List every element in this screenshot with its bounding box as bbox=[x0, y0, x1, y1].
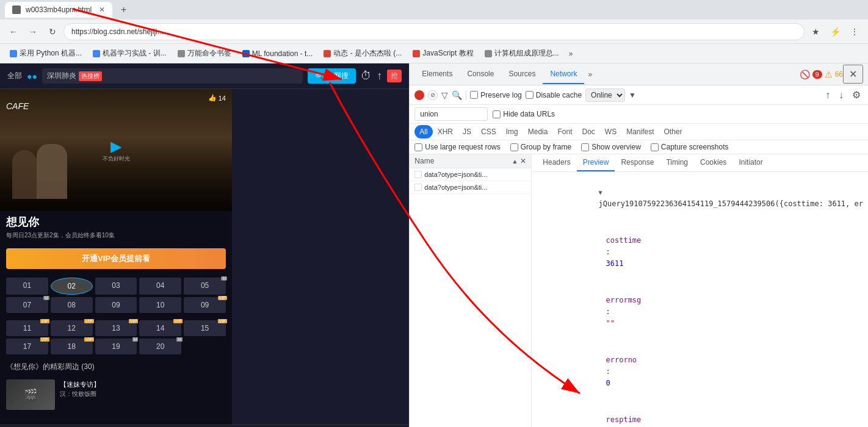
throttle-select[interactable]: Online bbox=[585, 88, 625, 102]
tab-network[interactable]: Network bbox=[543, 65, 584, 84]
bookmark-5[interactable]: 动态 - 是小杰杰啦 (... bbox=[319, 46, 407, 61]
type-xhr[interactable]: XHR bbox=[433, 125, 458, 138]
capture-screenshots-option[interactable]: Capture screenshots bbox=[651, 143, 729, 151]
bookmark-7[interactable]: 计算机组成原理总... bbox=[480, 46, 564, 61]
ep-04[interactable]: 04 bbox=[139, 278, 181, 295]
network-item-1[interactable]: data?otype=json&ti... bbox=[410, 181, 531, 194]
new-tab-btn[interactable]: + bbox=[117, 3, 130, 16]
record-button[interactable] bbox=[414, 90, 424, 100]
preserve-log-checkbox[interactable]: Preserve log bbox=[470, 91, 521, 99]
type-all[interactable]: All bbox=[414, 125, 432, 138]
address-bar[interactable]: https://blog.csdn.net/shejiji... bbox=[63, 23, 805, 40]
ep-19[interactable]: 19M bbox=[95, 339, 137, 354]
type-media[interactable]: Media bbox=[523, 125, 553, 138]
search-button[interactable]: 🔍 全网搜 bbox=[308, 68, 356, 84]
group-by-frame-option[interactable]: Group by frame bbox=[510, 143, 571, 151]
ep-03[interactable]: 03 bbox=[95, 278, 137, 295]
share-icon[interactable]: ↑ bbox=[377, 70, 382, 82]
large-rows-option[interactable]: Use large request rows bbox=[414, 143, 500, 151]
ep-12[interactable]: 12VIP bbox=[51, 320, 93, 336]
type-img[interactable]: Img bbox=[501, 125, 523, 138]
filter-icon[interactable]: ▽ bbox=[441, 90, 448, 100]
webpage-panel: 全部 ●● 深圳肺炎 热搜榜 🔍 全网搜 ⏱ ↑ 抢 bbox=[0, 63, 409, 427]
search-text: 深圳肺炎 bbox=[47, 71, 76, 81]
menu-button[interactable]: ⋮ bbox=[846, 23, 863, 40]
bookmark-label-6: JavaScript 教程 bbox=[422, 48, 473, 59]
bookmarks-more[interactable]: » bbox=[565, 48, 577, 59]
active-tab[interactable]: w0033mb4upm.html ✕ bbox=[5, 2, 112, 18]
export-button[interactable]: ↓ bbox=[836, 88, 846, 102]
ep-05[interactable]: 05M bbox=[184, 278, 226, 295]
ep-15[interactable]: 15VIP bbox=[184, 320, 226, 336]
capture-screenshots-input[interactable] bbox=[651, 143, 659, 151]
import-button[interactable]: ↑ bbox=[823, 88, 833, 102]
bookmark-2[interactable]: 机器学习实战 - 训... bbox=[88, 46, 172, 61]
type-css[interactable]: CSS bbox=[476, 125, 501, 138]
ep-01[interactable]: 01 bbox=[6, 278, 48, 295]
ep-11[interactable]: 11VIP bbox=[6, 320, 48, 336]
tab-console[interactable]: Console bbox=[460, 65, 501, 84]
ep-20[interactable]: 20M bbox=[139, 339, 181, 354]
ep-08[interactable]: 08 bbox=[51, 297, 93, 313]
type-doc[interactable]: Doc bbox=[577, 125, 599, 138]
bookmark-3[interactable]: 万能命令书签 bbox=[173, 46, 236, 61]
vip-button[interactable]: 开通VIP会员提前看 bbox=[6, 248, 226, 269]
ep-09[interactable]: 09 bbox=[95, 297, 137, 313]
ep-10[interactable]: 10 bbox=[139, 297, 181, 313]
bookmark-1[interactable]: 采用 Python 机器... bbox=[5, 46, 87, 61]
related-thumbnail[interactable]: 🎬 bbox=[6, 379, 55, 410]
close-list-icon[interactable]: ✕ bbox=[520, 157, 526, 165]
filter-input[interactable] bbox=[414, 107, 488, 121]
ep-14[interactable]: 14VIP bbox=[139, 320, 181, 336]
network-settings-button[interactable]: ⚙ bbox=[850, 88, 863, 102]
detail-tab-headers[interactable]: Headers bbox=[537, 154, 576, 171]
bookmark-favicon-4 bbox=[242, 50, 250, 57]
clock-icon[interactable]: ⏱ bbox=[361, 70, 372, 82]
detail-tab-response[interactable]: Response bbox=[615, 154, 660, 171]
tab-more[interactable]: » bbox=[584, 68, 596, 81]
ep-07[interactable]: 07M bbox=[6, 297, 48, 313]
extensions-button[interactable]: ⚡ bbox=[826, 23, 844, 40]
bookmark-4[interactable]: ML foundation - t... bbox=[237, 47, 318, 60]
large-rows-input[interactable] bbox=[414, 143, 422, 151]
detail-tab-initiator[interactable]: Initiator bbox=[732, 154, 769, 171]
ep-17[interactable]: 17VIP bbox=[6, 339, 48, 354]
back-button[interactable]: ← bbox=[5, 23, 22, 40]
bookmark-6[interactable]: JavaScript 教程 bbox=[408, 46, 478, 61]
detail-tab-cookies[interactable]: Cookies bbox=[694, 154, 732, 171]
detail-tab-preview[interactable]: Preview bbox=[577, 154, 615, 171]
tab-sources[interactable]: Sources bbox=[501, 65, 543, 84]
preserve-log-input[interactable] bbox=[470, 91, 478, 99]
network-options: Use large request rows Group by frame Sh… bbox=[410, 140, 868, 154]
group-by-frame-input[interactable] bbox=[510, 143, 518, 151]
detail-tab-timing[interactable]: Timing bbox=[660, 154, 694, 171]
stop-button[interactable]: ⊘ bbox=[428, 90, 438, 100]
type-js[interactable]: JS bbox=[458, 125, 476, 138]
hide-data-urls-checkbox[interactable]: Hide data URLs bbox=[493, 110, 555, 118]
type-ws[interactable]: WS bbox=[600, 125, 621, 138]
reload-button[interactable]: ↻ bbox=[44, 23, 61, 40]
devtools-close-btn[interactable]: ✕ bbox=[843, 65, 863, 84]
bookmark-button[interactable]: ★ bbox=[807, 23, 824, 40]
disable-cache-input[interactable] bbox=[526, 91, 533, 99]
network-item-0[interactable]: data?otype=json&ti... bbox=[410, 168, 531, 181]
search-icon[interactable]: 🔍 bbox=[452, 90, 462, 100]
forward-button[interactable]: → bbox=[24, 23, 42, 40]
search-icon: 🔍 bbox=[315, 72, 324, 81]
type-font[interactable]: Font bbox=[552, 125, 577, 138]
tab-close-btn[interactable]: ✕ bbox=[99, 5, 105, 14]
tab-elements[interactable]: Elements bbox=[414, 65, 460, 84]
ep-09-vip[interactable]: 09VIP bbox=[184, 297, 226, 313]
root-arrow[interactable]: ▼ bbox=[599, 189, 606, 196]
related-thumb-icon: 🎬 bbox=[24, 388, 37, 401]
type-other[interactable]: Other bbox=[659, 125, 687, 138]
hide-data-urls-input[interactable] bbox=[493, 110, 501, 118]
show-overview-option[interactable]: Show overview bbox=[581, 143, 641, 151]
ep-18[interactable]: 18VIP bbox=[51, 339, 93, 354]
show-overview-input[interactable] bbox=[581, 143, 589, 151]
type-manifest[interactable]: Manifest bbox=[621, 125, 659, 138]
ep-13[interactable]: 13VIP bbox=[95, 320, 137, 336]
type-filter-bar: All XHR JS CSS Img Media Font Doc WS Man… bbox=[410, 124, 868, 140]
disable-cache-checkbox[interactable]: Disable cache bbox=[526, 91, 582, 99]
ep-02[interactable]: 02 bbox=[51, 278, 93, 295]
